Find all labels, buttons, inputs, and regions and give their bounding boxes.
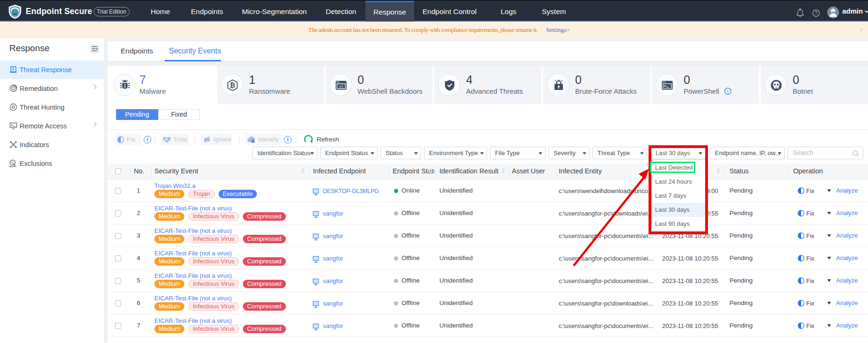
svg-text:i: i bbox=[727, 89, 729, 94]
svg-text:</>: </> bbox=[339, 85, 343, 88]
svg-text:₿: ₿ bbox=[230, 82, 235, 89]
svg-text:?: ? bbox=[815, 10, 817, 16]
